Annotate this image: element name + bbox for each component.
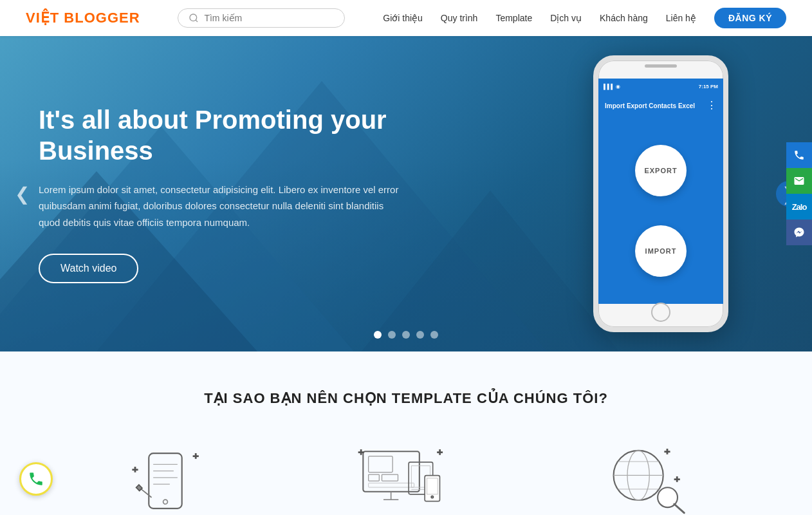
phone-export-button[interactable]: EXPORT bbox=[635, 145, 687, 196]
feature-desktop: + + bbox=[292, 439, 520, 515]
hero-body: Lorem ipsum dolor sit amet, consectetur … bbox=[39, 182, 399, 231]
feature-globe: + + bbox=[533, 439, 761, 515]
register-button[interactable]: ĐĂNG KÝ bbox=[714, 8, 786, 28]
nav-contact[interactable]: Liên hệ bbox=[666, 13, 696, 23]
nav-template[interactable]: Template bbox=[495, 13, 532, 23]
navbar: VIỆT BLOGGER Giới thiệu Quy trình Templa… bbox=[0, 0, 812, 36]
nav-clients[interactable]: Khách hàng bbox=[600, 13, 648, 23]
hero-content: It's all about Promoting your Business L… bbox=[0, 104, 438, 284]
float-messenger-icon[interactable] bbox=[786, 220, 812, 245]
svg-text:+: + bbox=[674, 473, 680, 484]
search-input[interactable] bbox=[204, 13, 334, 23]
dot-1[interactable] bbox=[374, 331, 382, 339]
svg-point-7 bbox=[163, 500, 168, 504]
svg-text:+: + bbox=[358, 446, 364, 457]
feature-globe-icon: + + bbox=[595, 439, 698, 515]
phone-mockup: ▌▌▌ ◉ ᠋ 7:15 PM Import Export Contacts E… bbox=[593, 55, 728, 332]
slide-dots bbox=[374, 331, 438, 339]
feature-mobile: + + bbox=[51, 439, 279, 515]
feature-desktop-icon: + + bbox=[355, 439, 457, 515]
floating-call-button[interactable] bbox=[19, 462, 53, 496]
svg-rect-14 bbox=[369, 474, 380, 481]
dot-5[interactable] bbox=[430, 331, 438, 339]
features-row: + + bbox=[26, 439, 786, 515]
watch-video-button[interactable]: Watch video bbox=[39, 254, 138, 283]
svg-text:+: + bbox=[437, 446, 443, 457]
svg-text:+: + bbox=[664, 445, 670, 456]
float-sidebar: Zalo bbox=[786, 142, 812, 245]
phone-body: EXPORT IMPORT bbox=[598, 117, 723, 304]
why-section: TẠI SAO BẠN NÊN CHỌN TEMPLATE CỦA CHÚNG … bbox=[0, 351, 812, 515]
svg-point-24 bbox=[431, 496, 433, 498]
feature-mobile-icon: + + bbox=[114, 439, 217, 515]
phone-app-bar: Import Export Contacts Excel ⋮ bbox=[598, 94, 723, 117]
float-phone-icon[interactable] bbox=[786, 142, 812, 168]
zalo-label: Zalo bbox=[792, 202, 807, 212]
dot-3[interactable] bbox=[402, 331, 410, 339]
phone-speaker bbox=[645, 64, 677, 68]
phone-signal: ▌▌▌ ◉ ᠋ bbox=[604, 84, 622, 89]
hero-title: It's all about Promoting your Business bbox=[39, 104, 399, 166]
svg-text:+: + bbox=[193, 450, 199, 461]
nav-service[interactable]: Dịch vụ bbox=[550, 13, 582, 23]
svg-rect-15 bbox=[382, 474, 398, 481]
logo: VIỆT BLOGGER bbox=[26, 10, 140, 26]
dot-4[interactable] bbox=[416, 331, 424, 339]
phone-home-button[interactable] bbox=[651, 303, 670, 322]
phone-app-title: Import Export Contacts Excel bbox=[605, 102, 695, 109]
phone-import-button[interactable]: IMPORT bbox=[635, 225, 687, 277]
floating-phone-icon bbox=[28, 471, 44, 487]
phone-time: 7:15 PM bbox=[699, 84, 718, 89]
svg-rect-13 bbox=[369, 456, 393, 473]
float-zalo-icon[interactable]: Zalo bbox=[786, 194, 812, 220]
nav-links: Giới thiệu Quy trình Template Dịch vụ Kh… bbox=[383, 8, 786, 28]
search-icon bbox=[189, 13, 199, 23]
prev-slide-button[interactable]: ❮ bbox=[10, 182, 33, 205]
search-bar[interactable] bbox=[178, 8, 345, 28]
svg-rect-12 bbox=[363, 451, 420, 492]
phone-status-bar: ▌▌▌ ◉ ᠋ 7:15 PM bbox=[598, 79, 723, 94]
svg-rect-16 bbox=[369, 483, 414, 487]
svg-line-33 bbox=[674, 504, 684, 513]
why-title: TẠI SAO BẠN NÊN CHỌN TEMPLATE CỦA CHÚNG … bbox=[26, 390, 786, 407]
nav-process[interactable]: Quy trình bbox=[441, 13, 478, 23]
phone-screen: ▌▌▌ ◉ ᠋ 7:15 PM Import Export Contacts E… bbox=[598, 79, 723, 304]
dot-2[interactable] bbox=[388, 331, 396, 339]
svg-line-1 bbox=[196, 20, 198, 22]
phone-menu-dots[interactable]: ⋮ bbox=[706, 100, 717, 111]
phone-frame: ▌▌▌ ◉ ᠋ 7:15 PM Import Export Contacts E… bbox=[593, 55, 728, 332]
svg-text:+: + bbox=[133, 464, 138, 474]
nav-intro[interactable]: Giới thiệu bbox=[383, 13, 423, 23]
hero-section: ❮ It's all about Promoting your Business… bbox=[0, 36, 812, 351]
float-email-icon[interactable] bbox=[786, 168, 812, 194]
svg-point-0 bbox=[190, 14, 197, 21]
